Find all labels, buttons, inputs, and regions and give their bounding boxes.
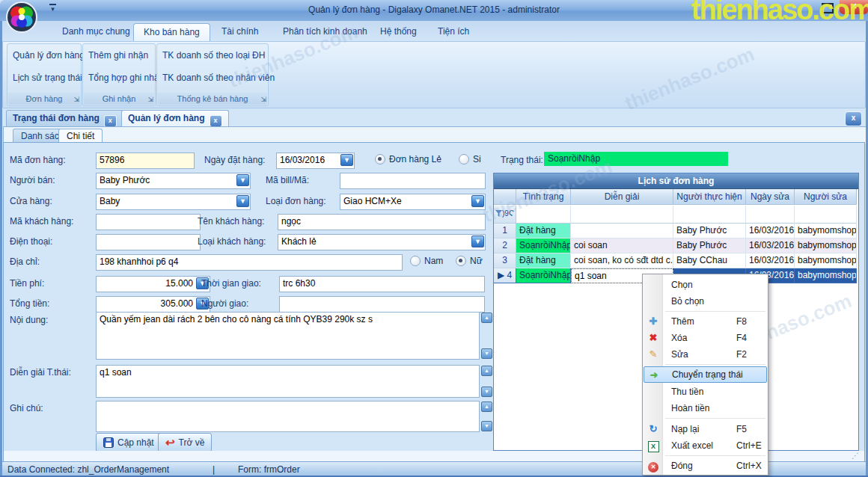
label-ma-don-hang: Mã đơn hàng: bbox=[10, 155, 66, 165]
table-row[interactable]: 3 Đặt hàng coi soan, ko có sđt dtd c... … bbox=[494, 253, 857, 268]
nguoi-ban-combobox[interactable]: Baby Phước ▼ bbox=[96, 173, 251, 189]
table-row[interactable]: 2 SoạnrồiNhập coi soan Baby Phước 16/03/… bbox=[494, 238, 857, 253]
ma-bill-input[interactable] bbox=[340, 173, 486, 189]
ribbon-tab-phan-tich-kinh-doanh[interactable]: Phân tích kinh doanh bbox=[273, 23, 377, 40]
ribbon-tab-tai-chinh[interactable]: Tài chính bbox=[212, 23, 268, 40]
dialog-launcher-icon[interactable]: ⇲ bbox=[73, 95, 79, 104]
sub-tab-chi-tiet[interactable]: Chi tiết bbox=[58, 129, 103, 144]
grid-header-nguoi-thuc-hien[interactable]: Người thực hiện bbox=[673, 189, 746, 205]
dien-thoai-input[interactable] bbox=[96, 234, 201, 250]
cap-nhat-button[interactable]: Cập nhật bbox=[96, 433, 162, 452]
grid-header-nguoi-sua[interactable]: Người sửa bbox=[795, 189, 857, 205]
cell-editor: babymomshop bbox=[795, 238, 857, 253]
close-x-glyph: ✕ bbox=[648, 462, 658, 473]
label-ghi-chu: Ghi chú: bbox=[10, 403, 43, 413]
ribbon-item-tong-hop-ghi-nhan[interactable]: Tổng hợp ghi nhận bbox=[88, 73, 164, 83]
cell-desc: coi soan bbox=[571, 238, 673, 253]
ribbon-item-tk-theo-nhan-vien[interactable]: TK doanh số theo nhân viên bbox=[162, 73, 275, 83]
grid-filter-cell[interactable] bbox=[746, 206, 795, 224]
doc-tab-quan-ly-don-hang[interactable]: Quản lý đơn hàngx bbox=[121, 110, 229, 126]
scroll-down-icon[interactable]: ▼ bbox=[481, 421, 492, 431]
dropdown-icon[interactable]: ▼ bbox=[236, 174, 249, 186]
ribbon-tab-danh-muc-chung[interactable]: Danh mục chung bbox=[52, 23, 140, 40]
cell-status: SoạnrồiNhập bbox=[516, 238, 571, 253]
ten-khach-hang-input[interactable]: ngọc bbox=[278, 214, 486, 230]
menu-item-xoa[interactable]: ✖ Xóa F4 bbox=[644, 330, 767, 346]
menu-item-them[interactable]: ✚ Thêm F8 bbox=[644, 313, 767, 330]
dropdown-icon[interactable]: ▼ bbox=[471, 236, 484, 247]
menu-item-xuat-excel[interactable]: X Xuất excel Ctrl+E bbox=[644, 437, 767, 454]
ribbon-tab-he-thong[interactable]: Hệ thống bbox=[370, 23, 427, 40]
tien-phi-spinner[interactable]: 15.000 ▼ bbox=[96, 276, 210, 292]
menu-item-dong[interactable]: ✕ Đóng Ctrl+X bbox=[644, 458, 767, 474]
ribbon-item-quan-ly-don-hang[interactable]: Quản lý đơn hàng bbox=[13, 50, 85, 61]
thoi-gian-giao-input[interactable]: trc 6h30 bbox=[279, 276, 485, 292]
menu-item-chon[interactable]: Chọn bbox=[644, 277, 767, 293]
ma-khach-hang-input[interactable] bbox=[96, 214, 201, 230]
loai-don-hang-combobox[interactable]: Giao HCM+Xe ▼ bbox=[340, 194, 486, 210]
quick-access-dropdown-icon[interactable]: ▾ bbox=[49, 4, 56, 13]
scroll-down-icon[interactable]: ▼ bbox=[481, 387, 492, 397]
tabstrip-close-icon[interactable]: x bbox=[845, 111, 862, 126]
tro-ve-button[interactable]: ↩ Trở về bbox=[158, 433, 212, 452]
label-dien-giai: Diễn giải T.thái: bbox=[10, 367, 71, 378]
radio-dot-icon bbox=[410, 256, 421, 266]
ten-khach-hang-value: ngọc bbox=[281, 216, 301, 227]
grid-filter-cell[interactable] bbox=[571, 206, 673, 224]
scroll-up-icon[interactable]: ▲ bbox=[481, 313, 492, 323]
ribbon-item-them-ghi-nhan[interactable]: Thêm ghi nhận bbox=[88, 50, 148, 61]
doc-tab-trang-thai-don-hang[interactable]: Trạng thái đơn hàngx bbox=[6, 110, 123, 126]
dialog-launcher-icon[interactable]: ⇲ bbox=[147, 95, 153, 104]
scroll-up-icon[interactable]: ▲ bbox=[481, 366, 492, 376]
radio-don-hang-le[interactable]: Đơn hàng Lẻ bbox=[375, 154, 441, 164]
radio-nam[interactable]: Nam bbox=[410, 256, 443, 266]
ma-don-hang-input[interactable]: 57896 bbox=[96, 153, 195, 169]
ghi-chu-textarea[interactable]: ▲ ▼ bbox=[96, 401, 480, 432]
ngay-dat-hang-datepicker[interactable]: 16/03/2016 ▼ bbox=[276, 153, 355, 169]
ribbon-group-caption: Đơn hàng bbox=[8, 93, 80, 105]
dropdown-icon[interactable]: ▼ bbox=[340, 154, 353, 166]
menu-item-bo-chon[interactable]: Bỏ chọn bbox=[644, 293, 767, 310]
tab-close-icon[interactable]: x bbox=[210, 115, 222, 127]
dialog-launcher-icon[interactable]: ⇲ bbox=[260, 95, 266, 104]
menu-label: Xuất excel bbox=[671, 437, 713, 454]
cua-hang-combobox[interactable]: Baby ▼ bbox=[96, 194, 251, 210]
resize-grip[interactable]: ⋰ bbox=[852, 452, 860, 460]
grid-header-tinh-trang[interactable]: Tình trạng bbox=[516, 189, 571, 205]
tong-tien-spinner[interactable]: 305.000 ▼ bbox=[96, 296, 210, 313]
cua-hang-value: Baby bbox=[100, 196, 120, 206]
menu-item-thu-tien[interactable]: Thu tiền bbox=[644, 384, 767, 400]
menu-item-hoan-tien[interactable]: Hoàn tiền bbox=[644, 400, 767, 416]
grid-header-dien-giai[interactable]: Diễn giải bbox=[571, 189, 673, 205]
menu-item-sua[interactable]: ✎ Sửa F2 bbox=[644, 346, 767, 363]
dropdown-icon[interactable]: ▼ bbox=[471, 195, 484, 207]
radio-nu[interactable]: Nữ bbox=[456, 256, 483, 266]
grid-filter-cell[interactable] bbox=[516, 206, 571, 224]
grid-filter-cell[interactable] bbox=[795, 206, 857, 224]
table-row[interactable]: 1 Đặt hàng Baby Phước 16/03/2016 babymom… bbox=[494, 224, 857, 238]
scroll-up-icon[interactable]: ▲ bbox=[481, 401, 492, 412]
loai-khach-hang-combobox[interactable]: Khách lẻ ▼ bbox=[278, 234, 486, 250]
grid-filter-indicator[interactable]: )9Ϛ bbox=[494, 206, 516, 224]
dropdown-icon[interactable]: ▼ bbox=[236, 195, 249, 207]
radio-label: Đơn hàng Lẻ bbox=[389, 154, 441, 164]
menu-item-chuyen-trang-thai[interactable]: ➜ Chuyển trạng thái bbox=[644, 366, 767, 383]
grid-header-ngay-sua[interactable]: Ngày sửa bbox=[746, 189, 795, 205]
dia-chi-input[interactable]: 198 khanhhoi p6 q4 bbox=[96, 254, 403, 271]
ribbon-item-tk-theo-loai-dh[interactable]: TK doanh số theo loại ĐH bbox=[162, 50, 265, 61]
ribbon-tab-tien-ich[interactable]: Tiện ích bbox=[428, 23, 479, 40]
radio-label: Si bbox=[473, 154, 481, 164]
scroll-down-icon[interactable]: ▼ bbox=[481, 348, 492, 359]
app-logo-orb-icon[interactable] bbox=[6, 1, 37, 33]
ribbon-tab-kho-ban-hang[interactable]: Kho bán hàng bbox=[133, 23, 210, 41]
menu-item-nap-lai[interactable]: ↻ Nạp lại F5 bbox=[644, 421, 767, 437]
grid-filter-cell[interactable] bbox=[673, 206, 746, 224]
radio-si[interactable]: Si bbox=[459, 154, 481, 164]
cell-editor: babymomshop bbox=[795, 268, 857, 283]
tab-close-icon[interactable]: x bbox=[104, 115, 117, 127]
ribbon-item-lich-su-trang-thai[interactable]: Lịch sử trạng thái bbox=[13, 73, 82, 83]
dien-giai-textarea[interactable]: q1 soan ▲ ▼ bbox=[96, 365, 480, 398]
noi-dung-textarea[interactable]: Quần yếm jean dài rách 2 bên cho cô nàng… bbox=[96, 312, 480, 360]
nguoi-giao-input[interactable] bbox=[279, 296, 485, 313]
radio-dot-icon bbox=[375, 154, 385, 164]
